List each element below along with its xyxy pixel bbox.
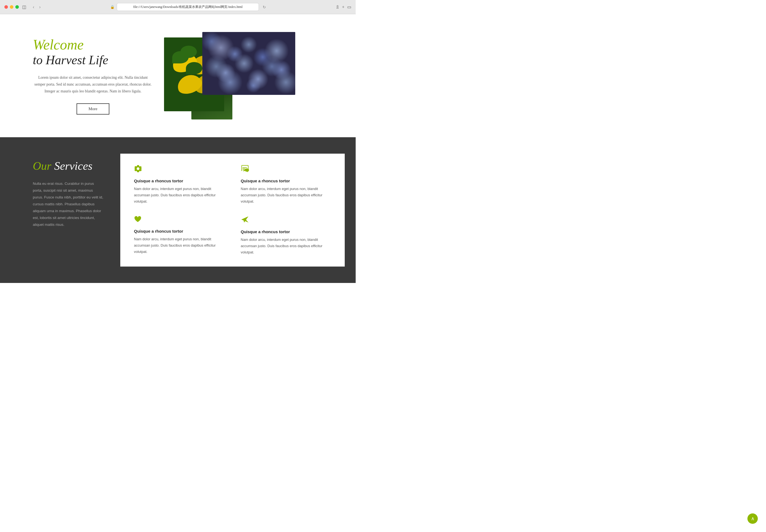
tabs-icon[interactable]: ▭: [347, 4, 351, 10]
hero-title: Welcome to Harvest Life: [33, 37, 153, 68]
service-item-4: Quisque a rhoncus tortor Nam dolor arcu,…: [241, 215, 331, 255]
security-icon: 🔒: [110, 5, 115, 9]
hero-description: Lorem ipsum dolor sit amet, consectetur …: [33, 74, 153, 95]
browser-navigation: ‹ ›: [31, 4, 42, 10]
hero-images: [164, 32, 334, 119]
our-text: Our: [33, 160, 51, 172]
share-icon[interactable]: ⇫: [336, 4, 339, 10]
minimize-button[interactable]: [10, 5, 13, 9]
service-desc-1: Nam dolor arcu, interdum eget purus non,…: [134, 186, 224, 204]
service-title-2: Quisque a rhoncus tortor: [241, 179, 331, 183]
new-tab-icon[interactable]: +: [342, 5, 344, 10]
close-button[interactable]: [4, 5, 8, 9]
hero-section: Welcome to Harvest Life Lorem ipsum dolo…: [0, 14, 356, 137]
plane-icon: [241, 215, 331, 226]
heart-icon: [134, 215, 224, 225]
service-desc-2: Nam dolor arcu, interdum eget purus non,…: [241, 186, 331, 204]
service-title-3: Quisque a rhoncus tortor: [134, 229, 224, 233]
hero-text-block: Welcome to Harvest Life Lorem ipsum dolo…: [33, 37, 164, 115]
service-item-2: Quisque a rhoncus tortor Nam dolor arcu,…: [241, 165, 331, 204]
welcome-text: Welcome: [33, 37, 153, 52]
services-section: Our Services Nulla eu erat risus. Curabi…: [0, 137, 356, 283]
browser-chrome: ◫ ‹ › 🔒 file:///Users/janewang/Downloads…: [0, 0, 356, 14]
browser-actions: ⇫ + ▭: [336, 4, 351, 10]
fullscreen-button[interactable]: [15, 5, 19, 9]
forward-button[interactable]: ›: [37, 4, 42, 10]
services-description: Nulla eu erat risus. Curabitur in purus …: [33, 180, 104, 228]
service-desc-4: Nam dolor arcu, interdum eget purus non,…: [241, 237, 331, 255]
services-grid: Quisque a rhoncus tortor Nam dolor arcu,…: [120, 154, 345, 267]
more-button[interactable]: More: [77, 103, 109, 115]
service-title-1: Quisque a rhoncus tortor: [134, 179, 224, 183]
chat-icon: [241, 165, 331, 175]
harvest-life-text: to Harvest Life: [33, 52, 153, 68]
service-desc-3: Nam dolor arcu, interdum eget purus non,…: [134, 236, 224, 255]
address-bar[interactable]: file:///Users/janewang/Downloads/有机蔬菜水果农…: [117, 3, 259, 11]
services-left-panel: Our Services Nulla eu erat risus. Curabi…: [0, 154, 120, 234]
address-bar-container: 🔒 file:///Users/janewang/Downloads/有机蔬菜水…: [46, 3, 332, 11]
reload-button[interactable]: ↻: [261, 4, 268, 10]
service-title-4: Quisque a rhoncus tortor: [241, 229, 331, 234]
sidebar-toggle-icon[interactable]: ◫: [22, 4, 26, 10]
traffic-lights: [4, 5, 19, 9]
gear-icon: [134, 165, 224, 175]
service-item-1: Quisque a rhoncus tortor Nam dolor arcu,…: [134, 165, 224, 204]
back-button[interactable]: ‹: [31, 4, 36, 10]
blueberry-image: [202, 32, 295, 95]
services-label: Services: [54, 160, 92, 172]
service-item-3: Quisque a rhoncus tortor Nam dolor arcu,…: [134, 215, 224, 255]
services-heading: Our Services: [33, 159, 104, 173]
